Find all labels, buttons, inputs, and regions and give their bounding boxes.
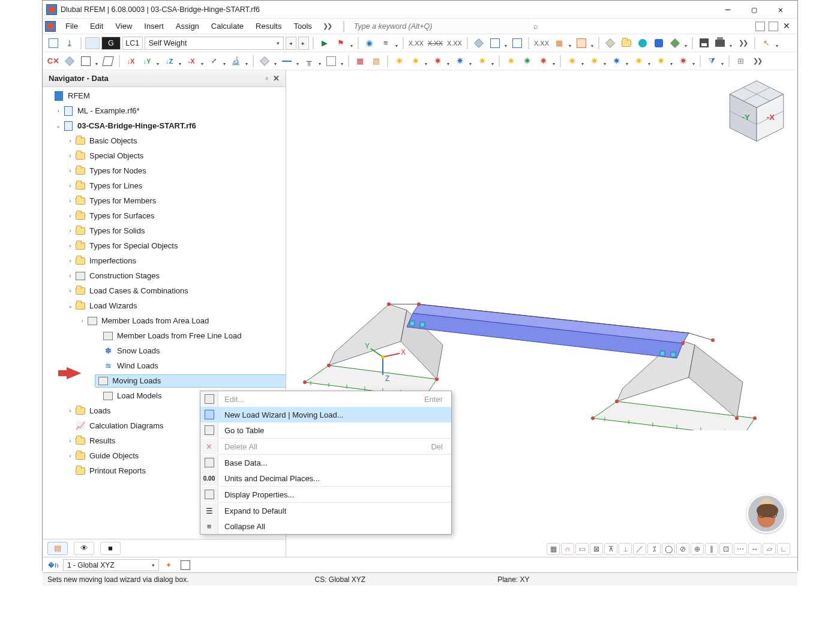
- view-cube[interactable]: -Y -X: [723, 77, 790, 145]
- mdi-max-icon[interactable]: [769, 22, 778, 31]
- grid-toggle[interactable]: ⊞: [733, 54, 748, 68]
- menu-assign[interactable]: Assign: [170, 19, 205, 34]
- frame-render[interactable]: [324, 54, 338, 68]
- cm-base-data[interactable]: Base Data...: [200, 455, 451, 470]
- snap-grid[interactable]: ▦: [547, 543, 560, 555]
- sections-tool[interactable]: [574, 36, 589, 50]
- load-button[interactable]: ⤓: [62, 36, 77, 50]
- cm-display-properties[interactable]: Display Properties...: [200, 487, 451, 502]
- tree-special-objects[interactable]: ›Special Objects: [43, 148, 286, 163]
- snap-plane[interactable]: ▱: [763, 543, 776, 555]
- print-button[interactable]: [713, 36, 727, 50]
- menu-calculate[interactable]: Calculate: [205, 19, 250, 34]
- save-button[interactable]: [697, 36, 711, 50]
- tree-types-special[interactable]: ›Types for Special Objects: [43, 238, 286, 253]
- tree-root[interactable]: ▸ RFEM: [43, 88, 286, 103]
- tree-types-nodes[interactable]: ›Types for Nodes: [43, 163, 286, 178]
- toolbar2-overflow[interactable]: ❯❯: [749, 57, 765, 65]
- new-model-button[interactable]: [46, 36, 61, 50]
- snap-tool[interactable]: [510, 36, 524, 50]
- axis-neg-x[interactable]: -X: [184, 54, 199, 68]
- snap-rect[interactable]: ▭: [575, 543, 589, 555]
- plate-render[interactable]: [280, 54, 294, 68]
- iso-view[interactable]: [62, 54, 77, 68]
- cm-edit[interactable]: Edit... Enter: [200, 391, 451, 407]
- cloud-button[interactable]: [652, 36, 666, 50]
- funnel-tool[interactable]: ⧩: [704, 54, 719, 68]
- star-7[interactable]: ✷: [520, 54, 534, 68]
- menu-tools[interactable]: Tools: [287, 19, 317, 34]
- nav-tab-video[interactable]: ■: [100, 542, 121, 555]
- star-13[interactable]: ✷: [653, 54, 668, 68]
- search-icon[interactable]: ⌕: [529, 20, 542, 33]
- load-case-code[interactable]: LC1: [122, 37, 143, 50]
- globe-tool[interactable]: ◉: [362, 36, 377, 50]
- tree-basic-objects[interactable]: ›Basic Objects: [43, 133, 286, 148]
- tree-imperfections[interactable]: ›Imperfections: [43, 253, 286, 268]
- menubar-overflow[interactable]: ❯❯: [318, 22, 336, 30]
- tree-types-members[interactable]: ›Types for Members: [43, 193, 286, 208]
- snap-magnet[interactable]: ∩: [561, 543, 574, 555]
- app-menu-icon[interactable]: [45, 21, 56, 32]
- snap-int[interactable]: ⁒: [647, 543, 661, 555]
- cs-new[interactable]: [178, 558, 193, 572]
- cs-icon[interactable]: �ከ: [46, 558, 61, 572]
- snap-tan[interactable]: ⊘: [676, 543, 689, 555]
- prev-load-case[interactable]: ◂: [286, 37, 296, 50]
- cm-new-moving-load[interactable]: New Load Wizard | Moving Load...: [200, 407, 451, 422]
- star-9[interactable]: ✷: [565, 54, 579, 68]
- load-case-selector[interactable]: Self Weight: [145, 37, 284, 50]
- cm-collapse-all[interactable]: ≡ Collapse All: [200, 518, 451, 534]
- axis-z[interactable]: ↓Z: [162, 54, 176, 68]
- nav-tab-display[interactable]: 👁: [74, 542, 94, 555]
- minimize-button[interactable]: ─: [715, 1, 741, 19]
- star-10[interactable]: ✷: [587, 54, 601, 68]
- navigator-close-icon[interactable]: ✕: [273, 74, 280, 83]
- pointer-mode[interactable]: ↖: [759, 36, 773, 50]
- render-cube[interactable]: [472, 36, 486, 50]
- tree-wizard-snow[interactable]: ›✽Snow Loads: [43, 343, 286, 358]
- surface-render[interactable]: [257, 54, 272, 68]
- snap-x[interactable]: ⊠: [590, 543, 603, 555]
- cm-units[interactable]: 0.00 Units and Decimal Places...: [200, 470, 451, 486]
- cm-go-to-table[interactable]: Go to Table: [200, 422, 451, 438]
- axis-y[interactable]: ↓Y: [140, 54, 154, 68]
- snap-ext[interactable]: ⋯: [734, 543, 747, 555]
- cs-pick[interactable]: ✦: [161, 558, 176, 572]
- star-11[interactable]: ✷: [609, 54, 623, 68]
- close-button[interactable]: ✕: [767, 1, 794, 19]
- snap-par[interactable]: ∥: [705, 543, 718, 555]
- star-5[interactable]: ✷: [475, 54, 489, 68]
- mesh-red[interactable]: ▦: [353, 54, 367, 68]
- menu-results[interactable]: Results: [250, 19, 287, 34]
- tree-types-solids[interactable]: ›Types for Solids: [43, 223, 286, 238]
- tree-wizard-area[interactable]: ›Member Loads from Area Load: [43, 313, 286, 328]
- menu-edit[interactable]: Edit: [84, 19, 109, 34]
- cm-delete-all[interactable]: ✕ Delete All Del: [200, 439, 451, 454]
- materials-button[interactable]: [668, 36, 682, 50]
- star-1[interactable]: ✷: [392, 54, 406, 68]
- navigator-dock-icon[interactable]: ▫: [265, 74, 268, 83]
- web-button[interactable]: [635, 36, 650, 50]
- next-load-case[interactable]: ▸: [298, 37, 309, 50]
- star-8[interactable]: ✷: [536, 54, 550, 68]
- menu-insert[interactable]: Insert: [138, 19, 170, 34]
- library-button[interactable]: [603, 36, 617, 50]
- menu-file[interactable]: File: [59, 19, 84, 34]
- toolbar1-overflow[interactable]: ❯❯: [735, 39, 751, 47]
- mesh-orange[interactable]: ▥: [369, 54, 383, 68]
- play-button[interactable]: ▶: [317, 36, 332, 50]
- refresh-view[interactable]: C✕: [46, 54, 61, 68]
- star-14[interactable]: ✷: [676, 54, 690, 68]
- snap-mid[interactable]: ⟂: [619, 543, 632, 555]
- mdi-restore-icon[interactable]: [755, 22, 765, 31]
- assistant-avatar[interactable]: [747, 494, 785, 533]
- menu-view[interactable]: View: [109, 19, 138, 34]
- search-input[interactable]: [349, 20, 529, 33]
- star-6[interactable]: ✷: [503, 54, 518, 68]
- snap-ortho[interactable]: ∟: [777, 543, 790, 555]
- axis-combo[interactable]: ⤢: [206, 54, 221, 68]
- layers-tool[interactable]: ▦: [552, 36, 566, 50]
- tree-file-0[interactable]: › ML - Example.rf6*: [43, 103, 286, 118]
- star-12[interactable]: ✷: [631, 54, 646, 68]
